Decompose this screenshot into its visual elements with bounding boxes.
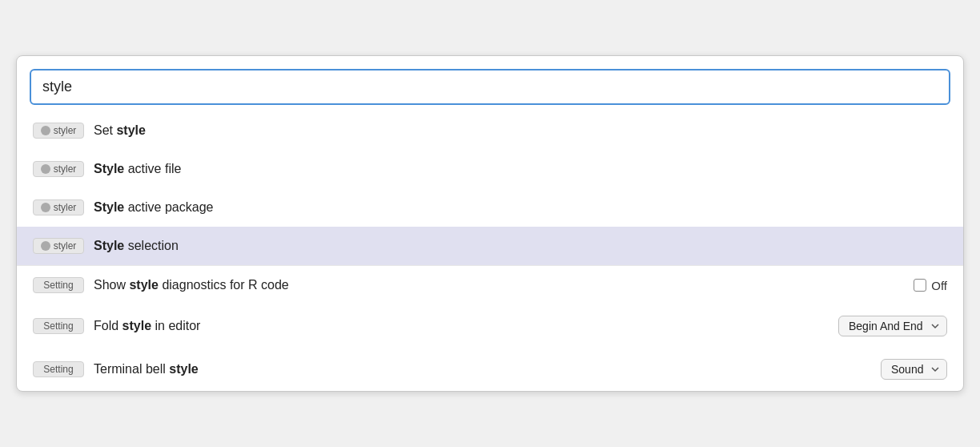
- terminal-bell-style-select[interactable]: Sound Visual None: [881, 359, 947, 380]
- select-wrapper: Sound Visual None: [881, 359, 947, 380]
- badge-setting: Setting: [33, 318, 84, 334]
- list-item[interactable]: styler Style active file: [17, 150, 963, 188]
- badge-styler: styler: [33, 161, 84, 177]
- checkbox-off-control[interactable]: Off: [914, 279, 947, 292]
- styler-icon: [41, 241, 50, 251]
- list-item[interactable]: Setting Fold style in editor Begin And E…: [17, 304, 963, 348]
- badge-styler: styler: [33, 199, 84, 215]
- styler-icon: [41, 203, 50, 212]
- results-list: styler Set style styler Style active fil…: [17, 111, 963, 391]
- checkbox-box[interactable]: [914, 279, 926, 292]
- result-text: Style active package: [94, 200, 947, 215]
- result-text: Set style: [94, 123, 947, 138]
- search-area: style: [17, 56, 963, 105]
- select-action: Begin And End Begin End None: [838, 316, 947, 336]
- result-text: Terminal bell style: [94, 362, 881, 377]
- checkbox-action: Off: [914, 279, 947, 292]
- badge-styler: styler: [33, 238, 84, 254]
- list-item[interactable]: styler Style active package: [17, 188, 963, 227]
- command-palette: style styler Set style styler Style acti…: [16, 55, 964, 392]
- styler-icon: [41, 164, 50, 174]
- styler-icon: [41, 126, 50, 135]
- badge-setting: Setting: [33, 277, 84, 293]
- list-item[interactable]: Setting Terminal bell style Sound Visual…: [17, 348, 963, 391]
- select-wrapper: Begin And End Begin End None: [838, 316, 947, 336]
- list-item-selected[interactable]: styler Style selection: [17, 227, 963, 265]
- checkbox-label: Off: [931, 279, 947, 292]
- badge-setting: Setting: [33, 361, 84, 377]
- result-text: Show style diagnostics for R code: [94, 278, 914, 292]
- result-text: Fold style in editor: [94, 319, 838, 333]
- select-action: Sound Visual None: [881, 359, 947, 380]
- list-item[interactable]: Setting Show style diagnostics for R cod…: [17, 265, 963, 304]
- search-input[interactable]: style: [30, 69, 950, 105]
- result-text: Style active file: [94, 162, 947, 176]
- result-text: Style selection: [94, 239, 947, 253]
- badge-styler: styler: [33, 123, 84, 139]
- fold-style-select[interactable]: Begin And End Begin End None: [838, 316, 947, 336]
- list-item[interactable]: styler Set style: [17, 111, 963, 150]
